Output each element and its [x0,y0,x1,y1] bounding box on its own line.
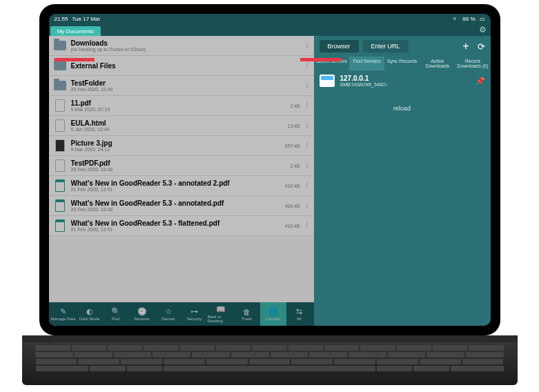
file-row[interactable]: Picture 3.jpg9 Mar 2020, 04:12657 kB [49,136,314,156]
battery-icon: ▭ [480,16,485,22]
connect-tab[interactable]: Recent Downloads (6) [455,57,490,70]
battery-text: 88 % [462,16,475,22]
file-size: 406 kB [285,204,300,208]
file-row[interactable]: 11.pdf9 Mar 2020, 07:192 kB [49,96,314,116]
drag-handle-icon[interactable] [304,203,310,208]
file-name: What's New in GoodReader 5.3 - annotated… [71,199,285,207]
file-meta: (no backing up to iTunes or iCloud) [71,47,300,52]
file-size: 410 kB [285,224,300,228]
file-name: What's New in GoodReader 5.3 - flattened… [71,219,285,227]
drag-handle-icon[interactable] [304,83,310,88]
file-size: 2 kB [290,104,300,108]
document-icon [55,119,65,132]
file-row[interactable]: Downloads(no backing up to iTunes or iCl… [49,36,314,56]
toolbar-connect[interactable]: 🌐Connect [260,302,286,326]
server-text: 127.0.0.1 SMB:\\XIAOMI_548C\ [340,75,470,87]
drag-handle-icon[interactable] [304,143,310,148]
drag-handle-icon[interactable] [304,103,310,108]
file-row[interactable]: TestFolder20 Feb 2020, 10:49 [49,76,314,96]
enter-url-button[interactable]: Enter URL [363,40,409,52]
wifi-icon: ᯤ [453,16,458,22]
toolbar-manage-files[interactable]: ✎Manage Files [50,307,77,321]
browser-button[interactable]: Browser [320,40,359,52]
add-icon[interactable]: + [462,40,469,52]
file-meta: 20 Feb 2020, 10:48 [71,167,291,172]
toolbar-recents[interactable]: 🕘Recents [129,307,155,321]
toolbar-label: Find [112,317,120,321]
server-row[interactable]: 127.0.0.1 SMB:\\XIAOMI_548C\ 📌 [314,70,491,91]
settings-icon[interactable]: ⚙ [479,25,487,35]
toolbar-label: Connect [265,317,280,321]
toolbar-dark-mode[interactable]: ◐Dark Mode [77,307,103,321]
file-size: 410 kB [285,184,300,188]
drag-handle-icon[interactable] [304,63,310,68]
folder-icon [54,61,66,70]
toolbar-starred[interactable]: ☆Starred [155,307,182,321]
connect-tab[interactable]: Find Servers [349,57,384,70]
file-meta: 20 Feb 2020, 10:49 [71,87,300,92]
pdf-icon [55,179,65,192]
connect-tab[interactable]: Active Downloads [420,57,455,70]
toolbar-label: Manage Files [50,317,75,321]
drag-handle-icon[interactable] [304,43,310,48]
toolbar-label: Dark Mode [79,317,99,321]
drag-handle-icon[interactable] [304,223,310,228]
toolbar-label: Back to Reading [208,315,234,323]
file-meta: 20 Feb 2020, 10:48 [71,207,285,212]
folder-icon [54,41,66,50]
file-row[interactable]: What's New in GoodReader 5.3 - flattened… [49,216,314,236]
file-name: Downloads [71,39,300,47]
pdf-icon [55,199,65,212]
toolbar-icon: 📖 [216,305,226,314]
toolbar-icon: 🔍 [111,307,121,316]
status-bar: 21:55 Tue 17 Mar ᯤ 88 % ▭ [49,14,491,23]
toolbar-icon: 🌐 [268,307,278,316]
tab-bar: My Documents [49,23,491,36]
toolbar-wi[interactable]: ⇆Wi [286,307,313,321]
connect-tab[interactable]: Sync Records [384,57,420,70]
image-icon [55,139,65,152]
drag-handle-icon[interactable] [304,163,310,168]
file-meta: 9 Mar 2020, 04:12 [71,147,285,152]
main-area: Downloads(no backing up to iTunes or iCl… [49,36,491,326]
file-name: 11.pdf [71,99,291,107]
file-meta: 21 Feb 2020, 12:51 [71,227,285,232]
drag-handle-icon[interactable] [304,183,310,188]
status-time: 21:55 [55,16,68,22]
toolbar-back-to-reading[interactable]: 📖Back to Reading [208,305,234,323]
toolbar-icon: ✎ [60,307,66,316]
toolbar-icon: 🗑 [243,308,251,316]
file-row[interactable]: EULA.html5 Jan 2020, 10:4913 kB [49,116,314,136]
screen: 21:55 Tue 17 Mar ᯤ 88 % ▭ My Documents ⚙… [49,14,491,326]
file-list[interactable]: Downloads(no backing up to iTunes or iCl… [49,36,314,302]
status-date: Tue 17 Mar [72,16,101,22]
refresh-icon[interactable]: ⟳ [478,41,485,52]
toolbar-find[interactable]: 🔍Find [103,307,129,321]
server-sub: SMB:\\XIAOMI_548C\ [340,82,470,87]
tab-my-documents[interactable]: My Documents [50,26,101,36]
file-meta: 21 Feb 2020, 12:51 [71,187,285,192]
file-row[interactable]: What's New in GoodReader 5.3 - annotated… [49,196,314,216]
toolbar-label: Recents [134,317,149,321]
file-row[interactable]: What's New in GoodReader 5.3 - annotated… [49,176,314,196]
file-size: 2 kB [290,164,300,168]
document-icon [55,159,65,172]
toolbar-icon: ☆ [165,307,172,316]
highlight-marker-2 [300,58,342,61]
file-name: TestFolder [71,79,300,87]
file-name: TestPDF.pdf [71,159,291,167]
file-row[interactable]: TestPDF.pdf20 Feb 2020, 10:482 kB [49,156,314,176]
toolbar-trash[interactable]: 🗑Trash [234,308,260,321]
toolbar-label: Trash [242,317,252,321]
reload-label[interactable]: reload [314,105,491,112]
pin-icon[interactable]: 📌 [476,77,485,86]
file-name: EULA.html [71,119,288,127]
folder-icon [54,81,66,90]
toolbar-icon: ⇆ [296,307,302,316]
toolbar-security[interactable]: ⊶Security [182,307,208,321]
drag-handle-icon[interactable] [304,123,310,128]
file-name: What's New in GoodReader 5.3 - annotated… [71,179,285,187]
bottom-toolbar: ✎Manage Files◐Dark Mode🔍Find🕘Recents☆Sta… [49,302,314,326]
file-size: 13 kB [288,124,300,128]
toolbar-label: Wi [297,317,302,321]
